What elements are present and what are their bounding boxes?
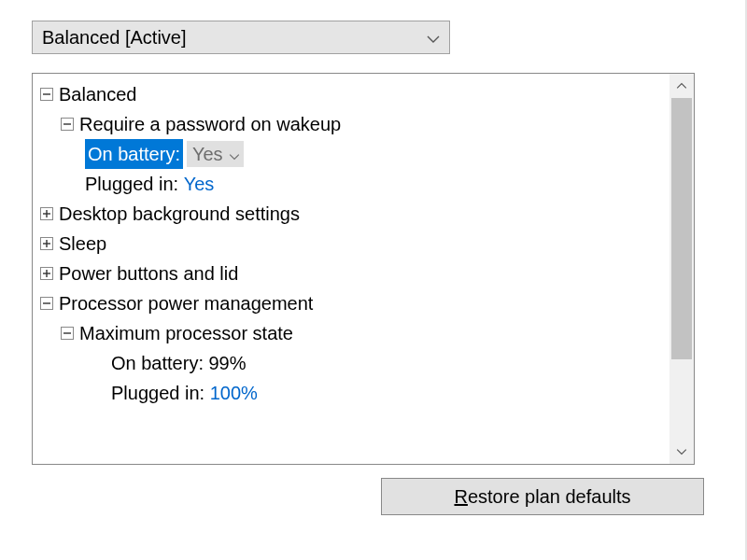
tree-label: Processor power management <box>59 288 313 318</box>
tree-leaf-label-selected: On battery: <box>85 139 183 169</box>
collapse-icon[interactable] <box>40 297 53 310</box>
value-dropdown[interactable]: Yes <box>187 141 244 167</box>
tree-label: Power buttons and lid <box>59 259 238 288</box>
scrollbar-track[interactable] <box>669 98 694 440</box>
tree-leaf-password-plugged-in[interactable]: Plugged in: Yes <box>40 169 690 199</box>
restore-plan-defaults-button[interactable]: Restore plan defaults <box>381 478 704 515</box>
tree-label: Balanced <box>59 79 136 109</box>
collapse-icon[interactable] <box>61 118 74 131</box>
tree-leaf-label: Plugged in: <box>85 169 178 199</box>
tree-node-balanced[interactable]: Balanced <box>40 79 690 109</box>
tree-leaf-maxproc-on-battery[interactable]: On battery: 99% <box>40 348 690 378</box>
restore-mnemonic: R <box>454 486 467 507</box>
tree-label: Sleep <box>59 229 106 259</box>
scrollbar-thumb[interactable] <box>671 98 692 359</box>
tree-leaf-maxproc-plugged-in[interactable]: Plugged in: 100% <box>40 378 690 408</box>
restore-rest: estore plan defaults <box>468 486 631 507</box>
tree-leaf-label: On battery: <box>111 348 204 378</box>
scroll-up-arrow-icon[interactable] <box>669 74 694 98</box>
chevron-down-icon <box>427 27 440 49</box>
tree-leaf-label: Plugged in: <box>111 378 204 408</box>
tree-leaf-value: Yes <box>184 169 215 199</box>
vertical-scrollbar[interactable] <box>669 74 694 464</box>
power-plan-selected-label: Balanced [Active] <box>42 27 427 49</box>
tree-node-desktop-bg[interactable]: Desktop background settings <box>40 199 690 229</box>
scroll-down-arrow-icon[interactable] <box>669 440 694 464</box>
tree-leaf-value: 100% <box>210 378 258 408</box>
tree-node-power-buttons[interactable]: Power buttons and lid <box>40 259 690 288</box>
expand-icon[interactable] <box>40 267 53 280</box>
tree-node-require-password[interactable]: Require a password on wakeup <box>40 109 690 139</box>
tree-leaf-password-on-battery[interactable]: On battery: Yes <box>40 139 690 169</box>
expand-icon[interactable] <box>40 207 53 220</box>
collapse-icon[interactable] <box>61 327 74 340</box>
tree-leaf-value: 99% <box>209 348 247 378</box>
settings-tree: Balanced Require a password on wakeup On… <box>32 73 695 465</box>
power-plan-select[interactable]: Balanced [Active] <box>32 21 450 54</box>
tree-node-sleep[interactable]: Sleep <box>40 229 690 259</box>
collapse-icon[interactable] <box>40 88 53 101</box>
tree-label: Desktop background settings <box>59 199 300 229</box>
chevron-down-icon <box>229 139 240 169</box>
tree-label: Require a password on wakeup <box>79 109 341 139</box>
tree-node-max-proc-state[interactable]: Maximum processor state <box>40 318 690 348</box>
tree-node-processor-pm[interactable]: Processor power management <box>40 288 690 318</box>
value-dropdown-value: Yes <box>192 139 229 169</box>
tree-label: Maximum processor state <box>79 318 293 348</box>
expand-icon[interactable] <box>40 237 53 250</box>
